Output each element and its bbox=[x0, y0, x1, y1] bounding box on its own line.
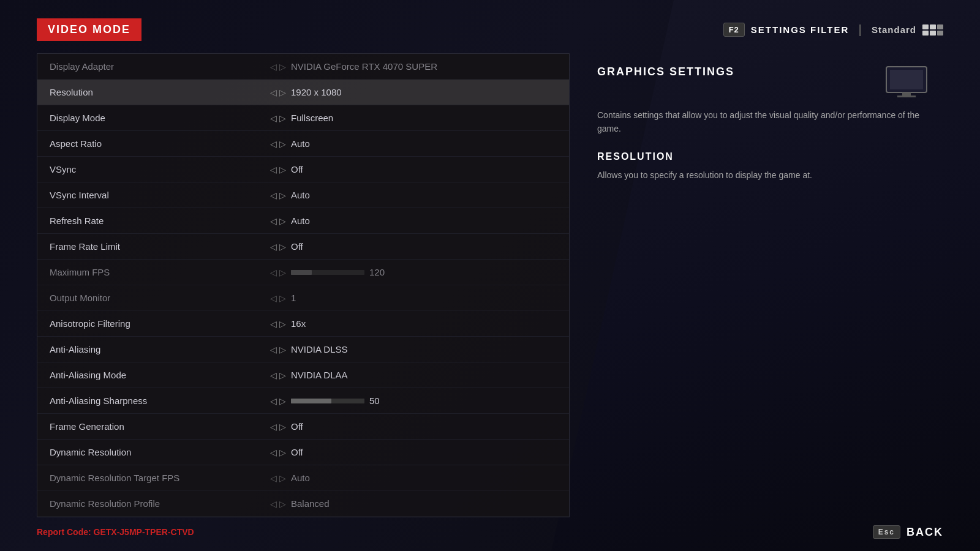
text-value: 1920 x 1080 bbox=[291, 87, 342, 97]
right-arrow-icon[interactable]: ▷ bbox=[279, 165, 286, 174]
right-arrow-icon[interactable]: ▷ bbox=[279, 140, 286, 148]
right-arrow-icon[interactable]: ▷ bbox=[279, 397, 286, 405]
setting-name: Frame Generation bbox=[50, 421, 270, 432]
setting-row[interactable]: Refresh Rate◁▷Auto bbox=[37, 208, 569, 234]
panel-subdescription: Allows you to specify a resolution to di… bbox=[597, 168, 928, 182]
setting-arrows[interactable]: ◁▷ bbox=[270, 165, 286, 174]
right-arrow-icon[interactable]: ▷ bbox=[279, 474, 286, 482]
left-arrow-icon[interactable]: ◁ bbox=[270, 500, 277, 508]
right-arrow-icon[interactable]: ▷ bbox=[279, 500, 286, 508]
setting-value: ◁▷Off bbox=[270, 241, 303, 252]
setting-value: ◁▷Off bbox=[270, 447, 303, 457]
left-arrow-icon[interactable]: ◁ bbox=[270, 114, 277, 122]
right-arrow-icon[interactable]: ▷ bbox=[279, 345, 286, 354]
esc-key: Esc bbox=[873, 525, 900, 539]
panel-subtitle: RESOLUTION bbox=[597, 151, 928, 162]
right-arrow-icon[interactable]: ▷ bbox=[279, 320, 286, 328]
setting-name: Output Monitor bbox=[50, 293, 270, 303]
text-value: 1 bbox=[291, 293, 296, 303]
setting-arrows[interactable]: ◁▷ bbox=[270, 114, 286, 122]
setting-arrows[interactable]: ◁▷ bbox=[270, 140, 286, 148]
left-arrow-icon[interactable]: ◁ bbox=[270, 320, 277, 328]
right-arrow-icon[interactable]: ▷ bbox=[279, 62, 286, 71]
setting-row[interactable]: Anti-Aliasing Mode◁▷NVIDIA DLAA bbox=[37, 362, 569, 388]
setting-row[interactable]: Display Adapter◁▷NVIDIA GeForce RTX 4070… bbox=[37, 54, 569, 80]
left-arrow-icon[interactable]: ◁ bbox=[270, 294, 277, 302]
setting-row[interactable]: Dynamic Resolution◁▷Off bbox=[37, 440, 569, 465]
setting-arrows[interactable]: ◁▷ bbox=[270, 242, 286, 251]
setting-name: VSync bbox=[50, 164, 270, 174]
setting-value: ◁▷120 bbox=[270, 267, 385, 277]
setting-name: Display Adapter bbox=[50, 61, 270, 72]
setting-row[interactable]: Anisotropic Filtering◁▷16x bbox=[37, 311, 569, 337]
right-arrow-icon[interactable]: ▷ bbox=[279, 294, 286, 302]
setting-row[interactable]: Display Mode◁▷Fullscreen bbox=[37, 105, 569, 131]
setting-arrows[interactable]: ◁▷ bbox=[270, 320, 286, 328]
text-value: Balanced bbox=[291, 498, 330, 509]
setting-arrows[interactable]: ◁▷ bbox=[270, 371, 286, 380]
setting-arrows[interactable]: ◁▷ bbox=[270, 191, 286, 200]
video-mode-badge: VIDEO MODE bbox=[37, 18, 141, 41]
setting-arrows[interactable]: ◁▷ bbox=[270, 217, 286, 225]
setting-arrows[interactable]: ◁▷ bbox=[270, 345, 286, 354]
left-arrow-icon[interactable]: ◁ bbox=[270, 165, 277, 174]
setting-arrows[interactable]: ◁▷ bbox=[270, 448, 286, 457]
right-arrow-icon[interactable]: ▷ bbox=[279, 191, 286, 200]
setting-arrows[interactable]: ◁▷ bbox=[270, 397, 286, 405]
right-panel: GRAPHICS SETTINGS Contains settings that… bbox=[582, 53, 943, 517]
right-arrow-icon[interactable]: ▷ bbox=[279, 242, 286, 251]
left-arrow-icon[interactable]: ◁ bbox=[270, 217, 277, 225]
right-arrow-icon[interactable]: ▷ bbox=[279, 114, 286, 122]
text-value: Auto bbox=[291, 190, 310, 200]
setting-arrows[interactable]: ◁▷ bbox=[270, 474, 286, 482]
right-arrow-icon[interactable]: ▷ bbox=[279, 217, 286, 225]
left-arrow-icon[interactable]: ◁ bbox=[270, 62, 277, 71]
setting-row[interactable]: Anti-Aliasing◁▷NVIDIA DLSS bbox=[37, 337, 569, 362]
left-arrow-icon[interactable]: ◁ bbox=[270, 474, 277, 482]
left-arrow-icon[interactable]: ◁ bbox=[270, 191, 277, 200]
slider-fill bbox=[291, 399, 331, 403]
slider-track[interactable] bbox=[291, 270, 364, 275]
left-arrow-icon[interactable]: ◁ bbox=[270, 397, 277, 405]
right-arrow-icon[interactable]: ▷ bbox=[279, 371, 286, 380]
setting-row[interactable]: Frame Rate Limit◁▷Off bbox=[37, 234, 569, 260]
back-button[interactable]: Esc BACK bbox=[873, 525, 943, 539]
back-label: BACK bbox=[907, 526, 943, 539]
right-arrow-icon[interactable]: ▷ bbox=[279, 422, 286, 431]
setting-row[interactable]: VSync Interval◁▷Auto bbox=[37, 182, 569, 208]
setting-name: Anti-Aliasing Mode bbox=[50, 370, 270, 380]
setting-arrows[interactable]: ◁▷ bbox=[270, 88, 286, 97]
right-arrow-icon[interactable]: ▷ bbox=[279, 268, 286, 277]
right-arrow-icon[interactable]: ▷ bbox=[279, 88, 286, 97]
panel-title: GRAPHICS SETTINGS bbox=[597, 66, 734, 78]
grid-view-icon[interactable] bbox=[922, 24, 943, 36]
left-arrow-icon[interactable]: ◁ bbox=[270, 448, 277, 457]
left-arrow-icon[interactable]: ◁ bbox=[270, 268, 277, 277]
setting-row[interactable]: VSync◁▷Off bbox=[37, 157, 569, 182]
setting-arrows[interactable]: ◁▷ bbox=[270, 422, 286, 431]
setting-name: Aspect Ratio bbox=[50, 138, 270, 149]
setting-row[interactable]: Frame Generation◁▷Off bbox=[37, 414, 569, 440]
setting-arrows[interactable]: ◁▷ bbox=[270, 500, 286, 508]
left-arrow-icon[interactable]: ◁ bbox=[270, 140, 277, 148]
setting-row[interactable]: Anti-Aliasing Sharpness◁▷50 bbox=[37, 388, 569, 414]
setting-row[interactable]: Maximum FPS◁▷120 bbox=[37, 260, 569, 285]
setting-row[interactable]: Resolution◁▷1920 x 1080 bbox=[37, 80, 569, 105]
left-arrow-icon[interactable]: ◁ bbox=[270, 371, 277, 380]
right-arrow-icon[interactable]: ▷ bbox=[279, 448, 286, 457]
left-arrow-icon[interactable]: ◁ bbox=[270, 345, 277, 354]
left-arrow-icon[interactable]: ◁ bbox=[270, 422, 277, 431]
setting-arrows[interactable]: ◁▷ bbox=[270, 268, 286, 277]
setting-value: ◁▷NVIDIA DLAA bbox=[270, 370, 348, 380]
setting-value: ◁▷Auto bbox=[270, 473, 310, 483]
left-arrow-icon[interactable]: ◁ bbox=[270, 242, 277, 251]
setting-arrows[interactable]: ◁▷ bbox=[270, 62, 286, 71]
setting-row[interactable]: Dynamic Resolution Target FPS◁▷Auto bbox=[37, 465, 569, 491]
setting-arrows[interactable]: ◁▷ bbox=[270, 294, 286, 302]
setting-row[interactable]: Output Monitor◁▷1 bbox=[37, 285, 569, 311]
main-area: Display Adapter◁▷NVIDIA GeForce RTX 4070… bbox=[0, 53, 980, 517]
left-arrow-icon[interactable]: ◁ bbox=[270, 88, 277, 97]
setting-row[interactable]: Aspect Ratio◁▷Auto bbox=[37, 131, 569, 157]
setting-value: ◁▷Fullscreen bbox=[270, 113, 333, 123]
slider-track[interactable] bbox=[291, 399, 364, 403]
